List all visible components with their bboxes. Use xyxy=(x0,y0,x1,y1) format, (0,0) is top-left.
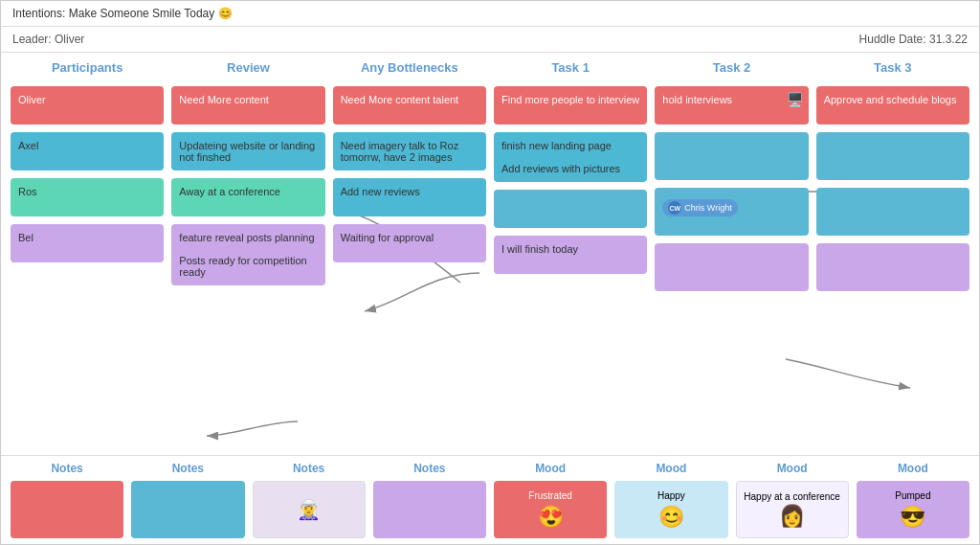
mood-header-4: Mood xyxy=(857,462,969,475)
board-area: Participants Oliver Axel Ros Bel Review … xyxy=(1,53,979,455)
notes-col-4: Notes xyxy=(369,462,490,538)
cw-initials: CW xyxy=(668,201,681,215)
card-task1-4[interactable]: I will finish today xyxy=(494,236,647,274)
card-review-3[interactable]: Away at a conference xyxy=(171,178,324,216)
col-header-bottlenecks: Any Bottlenecks xyxy=(333,60,486,79)
notes-header-2: Notes xyxy=(131,462,244,475)
card-task3-3[interactable] xyxy=(816,188,969,236)
notes-col-3: Notes 🧝‍♀️ xyxy=(249,462,369,538)
notes-card-4[interactable] xyxy=(373,481,486,538)
mood-col-1: Mood Frustrated 😍 xyxy=(490,462,611,538)
card-bottleneck-4[interactable]: Waiting for approval xyxy=(333,224,486,262)
notes-card-3[interactable]: 🧝‍♀️ xyxy=(253,481,366,538)
column-task1: Task 1 Find more people to interview fin… xyxy=(490,60,651,451)
card-axel[interactable]: Axel xyxy=(11,132,164,170)
mood-emoji-4: 😎 xyxy=(900,505,925,530)
col-header-review: Review xyxy=(171,60,324,79)
mood-col-3: Mood Happy at a conference 👩 xyxy=(732,462,853,538)
app-title: Intentions: Make Someone Smile Today 😊 xyxy=(12,7,233,20)
column-bottlenecks: Any Bottlenecks Need More content talent… xyxy=(329,60,490,451)
card-bel[interactable]: Bel xyxy=(11,224,164,262)
main-content: Participants Oliver Axel Ros Bel Review … xyxy=(1,53,979,544)
mood-header-2: Mood xyxy=(614,462,727,475)
col-header-task2: Task 2 xyxy=(655,60,808,79)
notes-header-1: Notes xyxy=(11,462,123,475)
app-container: Intentions: Make Someone Smile Today 😊 L… xyxy=(0,0,980,545)
mood-col-2: Mood Happy 😊 xyxy=(611,462,731,538)
col-header-task3: Task 3 xyxy=(816,60,969,79)
mood-emoji-3: 👩 xyxy=(779,504,805,529)
monitor-icon: 🖥️ xyxy=(787,92,803,107)
card-review-2[interactable]: Updateing website or landing not finshed xyxy=(171,132,324,170)
mood-label-3: Happy at a conference xyxy=(744,491,840,502)
card-bottleneck-3[interactable]: Add new reviews xyxy=(333,178,486,216)
mood-card-2[interactable]: Happy 😊 xyxy=(614,481,727,538)
card-bottleneck-1[interactable]: Need More content talent xyxy=(333,86,486,125)
card-task2-1[interactable]: hold interviews 🖥️ xyxy=(655,86,808,125)
mood-emoji-2: 😊 xyxy=(658,505,684,530)
cw-name: Chris Wright xyxy=(684,203,731,213)
mood-header-3: Mood xyxy=(736,462,849,475)
card-task1-1[interactable]: Find more people to interview xyxy=(494,86,647,125)
column-review: Review Need More content Updateing websi… xyxy=(167,60,328,451)
column-task3: Task 3 Approve and schedule blogs xyxy=(813,60,973,451)
col-header-participants: Participants xyxy=(11,60,164,79)
notes-col-1: Notes xyxy=(7,462,127,538)
col-header-task1: Task 1 xyxy=(494,60,647,79)
card-task2-3[interactable]: CW Chris Wright xyxy=(655,188,808,236)
mood-card-1[interactable]: Frustrated 😍 xyxy=(494,481,607,538)
column-task2: Task 2 hold interviews 🖥️ CW Chris Wrigh… xyxy=(651,60,812,451)
notes-card-1[interactable] xyxy=(11,481,123,538)
notes-header-4: Notes xyxy=(373,462,486,475)
card-review-4[interactable]: feature reveal posts planningPosts ready… xyxy=(171,224,324,285)
notes-card-2[interactable] xyxy=(131,481,244,538)
notes-section: Notes Notes Notes 🧝‍♀️ Notes Mood Frustr… xyxy=(1,455,979,544)
card-ros[interactable]: Ros xyxy=(11,178,164,216)
mood-card-4[interactable]: Pumped 😎 xyxy=(857,481,969,538)
card-task1-3[interactable] xyxy=(494,190,647,228)
mood-label-1: Frustrated xyxy=(528,490,572,501)
notes-header-3: Notes xyxy=(253,462,366,475)
mood-label-4: Pumped xyxy=(895,490,930,501)
card-review-1[interactable]: Need More content xyxy=(171,86,324,125)
card-task3-4[interactable] xyxy=(816,243,969,291)
card-task2-2[interactable] xyxy=(655,132,808,180)
top-bar: Intentions: Make Someone Smile Today 😊 xyxy=(1,1,979,27)
card-bottleneck-2[interactable]: Need imagery talk to Roz tomorrw, have 2… xyxy=(333,132,486,170)
mood-label-2: Happy xyxy=(657,490,685,501)
card-task3-2[interactable] xyxy=(816,132,969,180)
mood-emoji-1: 😍 xyxy=(538,505,564,530)
mood-header-1: Mood xyxy=(494,462,607,475)
huddle-date: Huddle Date: 31.3.22 xyxy=(859,33,968,46)
card-task1-2[interactable]: finish new landing pageAdd reviews with … xyxy=(494,132,647,182)
card-task2-4[interactable] xyxy=(655,243,808,291)
notes-col-2: Notes xyxy=(127,462,248,538)
leader-label: Leader: Oliver xyxy=(12,33,84,46)
mood-card-3[interactable]: Happy at a conference 👩 xyxy=(736,481,849,538)
cw-badge: CW Chris Wright xyxy=(662,199,737,216)
column-participants: Participants Oliver Axel Ros Bel xyxy=(7,60,167,451)
card-task3-1[interactable]: Approve and schedule blogs xyxy=(816,86,969,125)
leader-bar: Leader: Oliver Huddle Date: 31.3.22 xyxy=(1,27,979,53)
mood-col-4: Mood Pumped 😎 xyxy=(853,462,973,538)
card-oliver[interactable]: Oliver xyxy=(11,86,164,125)
